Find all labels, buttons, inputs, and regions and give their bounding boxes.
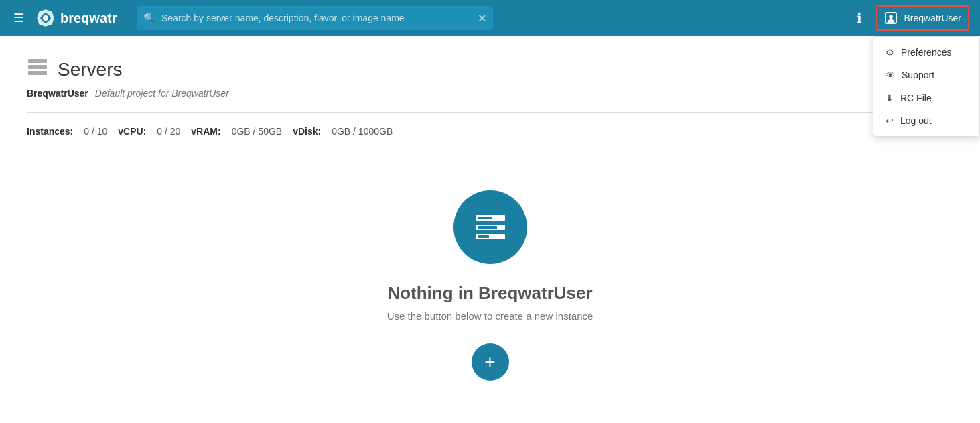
vcpu-label: vCPU: (118, 126, 146, 137)
add-instance-button[interactable]: + (472, 343, 509, 381)
servers-icon (27, 56, 48, 82)
search-icon: 🔍 (143, 12, 156, 24)
empty-title: Nothing in BreqwatrUser (387, 283, 592, 304)
empty-subtitle: Use the button below to create a new ins… (387, 310, 593, 322)
search-bar[interactable]: 🔍 ✕ (137, 6, 493, 30)
page-header: Servers (27, 56, 953, 82)
vcpu-value: 0 / 20 (157, 126, 180, 137)
info-button[interactable]: ℹ (851, 7, 867, 29)
dropdown-rc-file[interactable]: ⬇ RC File (873, 86, 979, 109)
svg-point-4 (890, 15, 894, 19)
dropdown-preferences[interactable]: ⚙ Preferences (873, 41, 979, 64)
dropdown-support[interactable]: 👁 Support (873, 64, 979, 86)
search-input[interactable] (161, 13, 472, 23)
app-header: ☰ breqwatr 🔍 ✕ ℹ BreqwatrUser ⚙ Preferen… (0, 0, 980, 36)
search-clear-icon[interactable]: ✕ (478, 12, 486, 25)
page-title: Servers (58, 59, 122, 80)
svg-rect-5 (28, 59, 47, 63)
user-menu-button[interactable]: BreqwatrUser (876, 5, 969, 31)
vdisk-value: 0GB / 1000GB (332, 126, 393, 137)
vdisk-label: vDisk: (293, 126, 321, 137)
subtitle-project: Default project for BreqwatrUser (95, 88, 229, 99)
empty-state: Nothing in BreqwatrUser Use the button b… (27, 164, 953, 421)
subtitle-user: BreqwatrUser (27, 88, 88, 99)
section-divider (27, 112, 953, 113)
main-content: Servers BreqwatrUser Default project for… (0, 36, 980, 423)
rc-file-label: RC File (900, 93, 932, 103)
instances-value: 0 / 10 (84, 126, 107, 137)
support-label: Support (902, 70, 934, 80)
app-logo[interactable]: breqwatr (35, 7, 129, 29)
logout-icon: ↩ (886, 115, 894, 126)
hamburger-menu-icon[interactable]: ☰ (11, 8, 27, 28)
svg-rect-12 (478, 226, 497, 229)
rc-file-icon: ⬇ (886, 93, 894, 103)
quota-bar: Instances: 0 / 10 vCPU: 0 / 20 vRAM: 0GB… (27, 126, 953, 137)
preferences-icon: ⚙ (886, 47, 894, 58)
vram-value: 0GB / 50GB (232, 126, 282, 137)
svg-rect-7 (28, 71, 47, 75)
page-subtitle: BreqwatrUser Default project for Breqwat… (27, 88, 953, 99)
preferences-label: Preferences (901, 47, 951, 58)
empty-state-icon-circle (453, 190, 527, 264)
vram-label: vRAM: (191, 126, 220, 137)
svg-point-2 (43, 15, 48, 21)
user-avatar-icon (884, 11, 898, 25)
svg-rect-6 (28, 65, 47, 69)
user-name-label: BreqwatrUser (904, 13, 961, 23)
logo-text: breqwatr (60, 11, 117, 26)
svg-rect-13 (478, 235, 489, 238)
logout-label: Log out (900, 115, 932, 126)
instances-label: Instances: (27, 126, 73, 137)
user-dropdown-menu: ⚙ Preferences 👁 Support ⬇ RC File ↩ Log … (873, 36, 980, 137)
support-icon: 👁 (886, 70, 895, 80)
add-icon: + (484, 353, 495, 371)
dropdown-logout[interactable]: ↩ Log out (873, 109, 979, 132)
svg-rect-11 (478, 217, 492, 219)
server-list-icon (473, 210, 508, 245)
